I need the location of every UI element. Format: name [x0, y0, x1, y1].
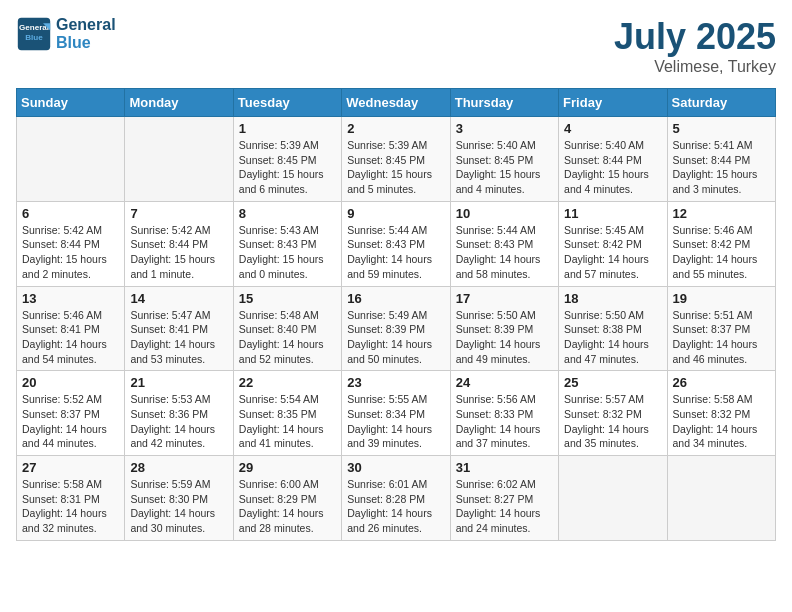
- calendar-cell: 7Sunrise: 5:42 AM Sunset: 8:44 PM Daylig…: [125, 201, 233, 286]
- calendar-cell: 12Sunrise: 5:46 AM Sunset: 8:42 PM Dayli…: [667, 201, 775, 286]
- calendar-cell: 14Sunrise: 5:47 AM Sunset: 8:41 PM Dayli…: [125, 286, 233, 371]
- calendar-cell: 10Sunrise: 5:44 AM Sunset: 8:43 PM Dayli…: [450, 201, 558, 286]
- weekday-header-tuesday: Tuesday: [233, 89, 341, 117]
- day-number: 12: [673, 206, 770, 221]
- calendar-cell: 22Sunrise: 5:54 AM Sunset: 8:35 PM Dayli…: [233, 371, 341, 456]
- day-number: 22: [239, 375, 336, 390]
- day-number: 4: [564, 121, 661, 136]
- calendar-cell: 24Sunrise: 5:56 AM Sunset: 8:33 PM Dayli…: [450, 371, 558, 456]
- calendar-cell: 28Sunrise: 5:59 AM Sunset: 8:30 PM Dayli…: [125, 456, 233, 541]
- day-info: Sunrise: 5:44 AM Sunset: 8:43 PM Dayligh…: [456, 223, 553, 282]
- calendar-cell: 27Sunrise: 5:58 AM Sunset: 8:31 PM Dayli…: [17, 456, 125, 541]
- month-title: July 2025 Velimese, Turkey: [614, 16, 776, 76]
- day-info: Sunrise: 5:57 AM Sunset: 8:32 PM Dayligh…: [564, 392, 661, 451]
- day-number: 10: [456, 206, 553, 221]
- day-number: 20: [22, 375, 119, 390]
- day-info: Sunrise: 5:51 AM Sunset: 8:37 PM Dayligh…: [673, 308, 770, 367]
- weekday-header-saturday: Saturday: [667, 89, 775, 117]
- weekday-header-row: SundayMondayTuesdayWednesdayThursdayFrid…: [17, 89, 776, 117]
- day-info: Sunrise: 5:48 AM Sunset: 8:40 PM Dayligh…: [239, 308, 336, 367]
- day-info: Sunrise: 5:39 AM Sunset: 8:45 PM Dayligh…: [347, 138, 444, 197]
- day-number: 29: [239, 460, 336, 475]
- day-number: 30: [347, 460, 444, 475]
- day-info: Sunrise: 5:52 AM Sunset: 8:37 PM Dayligh…: [22, 392, 119, 451]
- day-info: Sunrise: 5:56 AM Sunset: 8:33 PM Dayligh…: [456, 392, 553, 451]
- calendar-cell: 6Sunrise: 5:42 AM Sunset: 8:44 PM Daylig…: [17, 201, 125, 286]
- weekday-header-sunday: Sunday: [17, 89, 125, 117]
- day-number: 26: [673, 375, 770, 390]
- day-info: Sunrise: 6:02 AM Sunset: 8:27 PM Dayligh…: [456, 477, 553, 536]
- weekday-header-wednesday: Wednesday: [342, 89, 450, 117]
- day-number: 16: [347, 291, 444, 306]
- calendar-cell: [667, 456, 775, 541]
- month-year: July 2025: [614, 16, 776, 58]
- calendar-cell: 19Sunrise: 5:51 AM Sunset: 8:37 PM Dayli…: [667, 286, 775, 371]
- day-number: 15: [239, 291, 336, 306]
- calendar-cell: 31Sunrise: 6:02 AM Sunset: 8:27 PM Dayli…: [450, 456, 558, 541]
- day-info: Sunrise: 5:46 AM Sunset: 8:41 PM Dayligh…: [22, 308, 119, 367]
- calendar-cell: 18Sunrise: 5:50 AM Sunset: 8:38 PM Dayli…: [559, 286, 667, 371]
- day-info: Sunrise: 5:43 AM Sunset: 8:43 PM Dayligh…: [239, 223, 336, 282]
- calendar-table: SundayMondayTuesdayWednesdayThursdayFrid…: [16, 88, 776, 541]
- day-number: 2: [347, 121, 444, 136]
- day-info: Sunrise: 5:39 AM Sunset: 8:45 PM Dayligh…: [239, 138, 336, 197]
- day-number: 14: [130, 291, 227, 306]
- calendar-cell: 2Sunrise: 5:39 AM Sunset: 8:45 PM Daylig…: [342, 117, 450, 202]
- page-header: General Blue General Blue July 2025 Veli…: [16, 16, 776, 76]
- day-number: 8: [239, 206, 336, 221]
- svg-text:General: General: [19, 23, 49, 32]
- calendar-cell: 4Sunrise: 5:40 AM Sunset: 8:44 PM Daylig…: [559, 117, 667, 202]
- day-number: 5: [673, 121, 770, 136]
- calendar-week-4: 27Sunrise: 5:58 AM Sunset: 8:31 PM Dayli…: [17, 456, 776, 541]
- day-info: Sunrise: 5:58 AM Sunset: 8:32 PM Dayligh…: [673, 392, 770, 451]
- logo: General Blue General Blue: [16, 16, 116, 52]
- calendar-cell: [559, 456, 667, 541]
- calendar-cell: 29Sunrise: 6:00 AM Sunset: 8:29 PM Dayli…: [233, 456, 341, 541]
- calendar-cell: 25Sunrise: 5:57 AM Sunset: 8:32 PM Dayli…: [559, 371, 667, 456]
- calendar-cell: 26Sunrise: 5:58 AM Sunset: 8:32 PM Dayli…: [667, 371, 775, 456]
- day-info: Sunrise: 5:46 AM Sunset: 8:42 PM Dayligh…: [673, 223, 770, 282]
- day-number: 3: [456, 121, 553, 136]
- calendar-body: 1Sunrise: 5:39 AM Sunset: 8:45 PM Daylig…: [17, 117, 776, 541]
- day-number: 7: [130, 206, 227, 221]
- day-number: 6: [22, 206, 119, 221]
- logo-text: General Blue: [56, 16, 116, 52]
- day-number: 11: [564, 206, 661, 221]
- day-number: 24: [456, 375, 553, 390]
- day-info: Sunrise: 5:45 AM Sunset: 8:42 PM Dayligh…: [564, 223, 661, 282]
- calendar-cell: 17Sunrise: 5:50 AM Sunset: 8:39 PM Dayli…: [450, 286, 558, 371]
- day-number: 28: [130, 460, 227, 475]
- day-info: Sunrise: 5:40 AM Sunset: 8:44 PM Dayligh…: [564, 138, 661, 197]
- calendar-cell: 13Sunrise: 5:46 AM Sunset: 8:41 PM Dayli…: [17, 286, 125, 371]
- weekday-header-friday: Friday: [559, 89, 667, 117]
- calendar-cell: 23Sunrise: 5:55 AM Sunset: 8:34 PM Dayli…: [342, 371, 450, 456]
- calendar-cell: 16Sunrise: 5:49 AM Sunset: 8:39 PM Dayli…: [342, 286, 450, 371]
- day-number: 18: [564, 291, 661, 306]
- day-number: 23: [347, 375, 444, 390]
- calendar-cell: [17, 117, 125, 202]
- day-number: 27: [22, 460, 119, 475]
- calendar-week-3: 20Sunrise: 5:52 AM Sunset: 8:37 PM Dayli…: [17, 371, 776, 456]
- calendar-cell: 3Sunrise: 5:40 AM Sunset: 8:45 PM Daylig…: [450, 117, 558, 202]
- day-info: Sunrise: 5:47 AM Sunset: 8:41 PM Dayligh…: [130, 308, 227, 367]
- calendar-cell: 5Sunrise: 5:41 AM Sunset: 8:44 PM Daylig…: [667, 117, 775, 202]
- day-info: Sunrise: 5:59 AM Sunset: 8:30 PM Dayligh…: [130, 477, 227, 536]
- day-number: 21: [130, 375, 227, 390]
- calendar-cell: 21Sunrise: 5:53 AM Sunset: 8:36 PM Dayli…: [125, 371, 233, 456]
- day-info: Sunrise: 5:53 AM Sunset: 8:36 PM Dayligh…: [130, 392, 227, 451]
- day-number: 25: [564, 375, 661, 390]
- day-info: Sunrise: 5:49 AM Sunset: 8:39 PM Dayligh…: [347, 308, 444, 367]
- day-info: Sunrise: 5:54 AM Sunset: 8:35 PM Dayligh…: [239, 392, 336, 451]
- day-info: Sunrise: 5:41 AM Sunset: 8:44 PM Dayligh…: [673, 138, 770, 197]
- weekday-header-thursday: Thursday: [450, 89, 558, 117]
- day-info: Sunrise: 5:50 AM Sunset: 8:39 PM Dayligh…: [456, 308, 553, 367]
- day-info: Sunrise: 5:50 AM Sunset: 8:38 PM Dayligh…: [564, 308, 661, 367]
- calendar-cell: 1Sunrise: 5:39 AM Sunset: 8:45 PM Daylig…: [233, 117, 341, 202]
- calendar-week-0: 1Sunrise: 5:39 AM Sunset: 8:45 PM Daylig…: [17, 117, 776, 202]
- svg-text:Blue: Blue: [25, 33, 43, 42]
- day-info: Sunrise: 5:42 AM Sunset: 8:44 PM Dayligh…: [130, 223, 227, 282]
- day-number: 1: [239, 121, 336, 136]
- calendar-cell: 8Sunrise: 5:43 AM Sunset: 8:43 PM Daylig…: [233, 201, 341, 286]
- day-info: Sunrise: 5:40 AM Sunset: 8:45 PM Dayligh…: [456, 138, 553, 197]
- weekday-header-monday: Monday: [125, 89, 233, 117]
